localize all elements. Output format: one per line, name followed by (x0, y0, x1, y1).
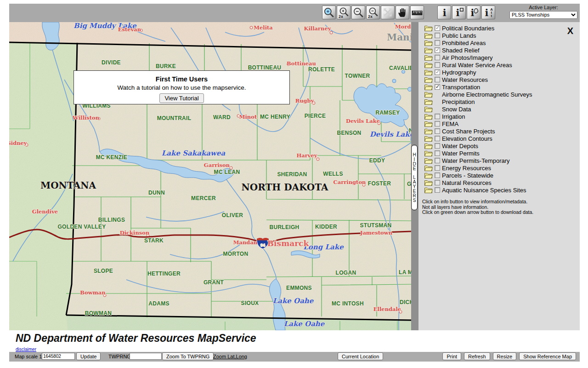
folder-icon[interactable] (424, 40, 433, 46)
layer-label: Cost Share Projects (442, 128, 495, 135)
folder-icon[interactable] (424, 165, 433, 171)
city-marker (140, 29, 142, 32)
zoom-2x-badge: 2x (339, 14, 343, 19)
active-layer-label: Active Layer: (509, 5, 578, 10)
disclaimer-link[interactable]: disclaimer (16, 347, 36, 352)
city-marker (389, 232, 391, 235)
folder-icon[interactable] (424, 106, 433, 112)
layer-checkbox[interactable] (435, 33, 440, 38)
zoom-in-tool-button[interactable] (322, 6, 336, 19)
folder-icon[interactable] (424, 172, 433, 178)
layer-checkbox[interactable] (435, 150, 440, 156)
folder-icon (424, 33, 433, 39)
hide-layers-tab[interactable]: HIDELAYERS (411, 145, 418, 210)
layer-checkbox[interactable] (435, 187, 440, 193)
zoom-latlong-link[interactable]: Zoom Lat,Long (213, 354, 247, 359)
zoom-to-twprng-button[interactable]: Zoom To TWPRNG (162, 352, 214, 360)
resize-button[interactable]: Resize (493, 352, 517, 360)
layer-checkbox[interactable] (435, 114, 440, 119)
folder-icon (424, 106, 433, 112)
layer-checkbox[interactable] (435, 172, 440, 178)
folder-icon[interactable] (424, 33, 433, 39)
folder-icon[interactable] (424, 180, 433, 186)
layer-row: Water Depots (418, 142, 580, 150)
folder-icon[interactable] (424, 92, 433, 98)
layer-checkbox[interactable] (435, 69, 440, 75)
folder-icon (424, 165, 433, 171)
twprng-input[interactable] (130, 353, 162, 360)
attribute-query-icon: i A t t (482, 6, 494, 18)
layer-checkbox[interactable] (435, 25, 440, 31)
active-layer-select[interactable]: PLSS Townships (509, 11, 577, 19)
folder-icon (424, 158, 433, 164)
folder-icon[interactable] (424, 136, 433, 142)
layer-checkbox[interactable] (435, 143, 440, 149)
layer-label: Elevation Contours (442, 135, 492, 142)
layer-row: Snow Data (418, 105, 580, 113)
hide-tab-letter: Y (413, 184, 416, 189)
folder-icon[interactable] (424, 69, 433, 75)
folder-icon[interactable] (424, 25, 433, 31)
map-area[interactable]: 94 MONTANANORTH DAKOTAManitoba DIVIDEBUR… (9, 22, 411, 330)
identify-rectangle-tool-button[interactable]: i (452, 6, 466, 19)
layer-checkbox[interactable] (435, 128, 440, 134)
zoom-out-2x-tool-button[interactable]: 2x (366, 6, 380, 19)
map-canvas[interactable]: 94 MONTANANORTH DAKOTAManitoba DIVIDEBUR… (9, 22, 411, 330)
close-panel-button[interactable]: X (567, 26, 573, 36)
city-marker (250, 26, 253, 29)
layer-checkbox[interactable] (435, 47, 440, 53)
folder-icon[interactable] (424, 158, 433, 164)
folder-icon[interactable] (424, 128, 433, 134)
layer-checkbox[interactable] (435, 84, 440, 90)
zoom-out-tool-button[interactable] (351, 6, 365, 19)
refresh-button[interactable]: Refresh (464, 352, 490, 360)
layer-label: Hydrography (442, 69, 476, 76)
pan-tool-button[interactable] (396, 6, 409, 19)
folder-icon[interactable] (424, 143, 433, 149)
city-marker (230, 167, 232, 169)
folder-icon[interactable] (424, 150, 433, 156)
city-marker (147, 234, 149, 236)
active-layer-control: Active Layer: PLSS Townships (509, 5, 578, 19)
layer-row: Transportation (418, 83, 580, 91)
zoom-in-2x-tool-button[interactable]: 2x (337, 6, 351, 19)
layer-row: Rural Water Service Areas (418, 61, 580, 69)
folder-icon[interactable] (424, 99, 433, 105)
layer-checkbox[interactable] (435, 62, 440, 68)
measure-tool-button[interactable] (410, 6, 424, 19)
print-button[interactable]: Print (442, 352, 461, 360)
layers-panel: X Political BoundariesPublic LandsProhib… (418, 22, 580, 330)
folder-icon[interactable] (424, 62, 433, 68)
folder-icon[interactable] (424, 47, 433, 53)
layer-row: FEMA (418, 120, 580, 127)
layer-checkbox[interactable] (435, 180, 440, 185)
folder-icon[interactable] (424, 77, 433, 83)
layer-checkbox[interactable] (435, 55, 440, 60)
layer-row: Airborne Electromagnetic Surveys (418, 91, 580, 98)
folder-icon[interactable] (424, 121, 433, 127)
folder-icon[interactable] (424, 84, 433, 90)
layer-checkbox[interactable] (435, 165, 440, 171)
zoom-full-extent-tool-button[interactable] (381, 6, 395, 19)
identify-glyph: i (471, 7, 475, 18)
layer-checkbox[interactable] (435, 158, 440, 163)
current-location-button[interactable]: Current Location (338, 352, 383, 360)
folder-icon[interactable] (424, 114, 433, 120)
layer-checkbox[interactable] (435, 136, 440, 141)
show-reference-map-button[interactable]: Show Reference Map (519, 352, 576, 360)
attribute-query-tool-button[interactable]: i A t t (481, 6, 495, 19)
map-scale-input[interactable] (42, 353, 75, 360)
identify-tool-button[interactable]: i (437, 6, 451, 19)
layer-checkbox[interactable] (435, 77, 440, 82)
folder-icon[interactable] (424, 187, 433, 193)
update-button[interactable]: Update (76, 352, 101, 360)
folder-icon[interactable] (424, 55, 433, 61)
layer-row: Air Photos/Imagery (418, 54, 580, 61)
layer-label: Rural Water Service Areas (442, 62, 512, 69)
layer-checkbox[interactable] (435, 40, 440, 46)
map-tools-group: 2x 2x (322, 6, 424, 19)
identify-polygon-tool-button[interactable]: i (467, 6, 481, 19)
layer-checkbox[interactable] (435, 121, 440, 126)
city-marker (237, 115, 240, 117)
view-tutorial-button[interactable]: View Tutorial (159, 93, 204, 103)
